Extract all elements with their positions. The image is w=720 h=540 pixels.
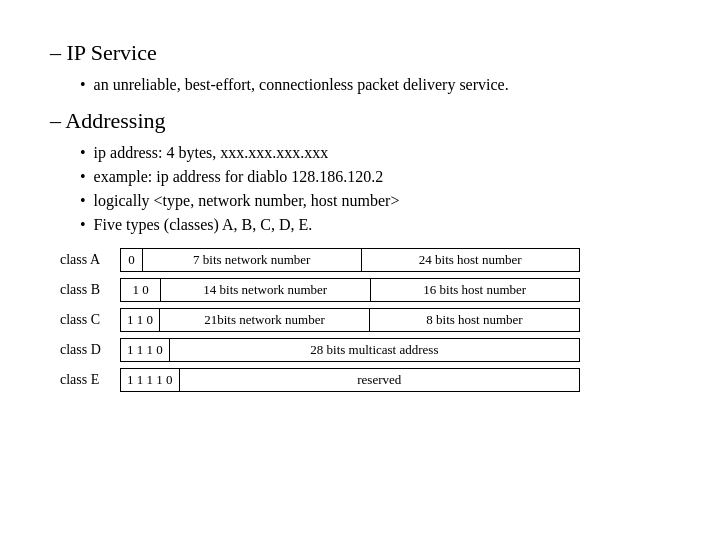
class-a-diagram: 0 7 bits network number 24 bits host num… xyxy=(120,248,580,272)
addressing-bullet-text-2: example: ip address for diablo 128.186.1… xyxy=(94,168,384,186)
class-c-cell-2: 8 bits host number xyxy=(370,309,579,331)
class-d-diagram: 1 1 1 0 28 bits multicast address xyxy=(120,338,580,362)
class-c-cell-0: 1 1 0 xyxy=(121,309,160,331)
class-a-label: class A xyxy=(60,252,120,268)
addressing-bullet-2: • example: ip address for diablo 128.186… xyxy=(80,168,670,186)
class-b-cell-0: 1 0 xyxy=(121,279,161,301)
class-b-diagram: 1 0 14 bits network number 16 bits host … xyxy=(120,278,580,302)
addressing-bullet-1: • ip address: 4 bytes, xxx.xxx.xxx.xxx xyxy=(80,144,670,162)
class-a-cell-2: 24 bits host number xyxy=(362,249,580,271)
class-e-cell-1: reserved xyxy=(180,369,580,391)
addressing-bullet-4: • Five types (classes) A, B, C, D, E. xyxy=(80,216,670,234)
class-d-label: class D xyxy=(60,342,120,358)
class-b-label: class B xyxy=(60,282,120,298)
addressing-heading: – Addressing xyxy=(50,108,670,134)
addressing-bullet-text-1: ip address: 4 bytes, xxx.xxx.xxx.xxx xyxy=(94,144,329,162)
class-d-cell-0: 1 1 1 0 xyxy=(121,339,170,361)
class-c-row: class C 1 1 0 21bits network number 8 bi… xyxy=(60,308,640,332)
class-e-row: class E 1 1 1 1 0 reserved xyxy=(60,368,640,392)
bullet-dot-3: • xyxy=(80,192,86,210)
class-c-label: class C xyxy=(60,312,120,328)
class-e-cell-0: 1 1 1 1 0 xyxy=(121,369,180,391)
class-c-diagram: 1 1 0 21bits network number 8 bits host … xyxy=(120,308,580,332)
bullet-dot: • xyxy=(80,76,86,94)
ip-service-bullet-1: • an unreliable, best-effort, connection… xyxy=(80,76,670,94)
addressing-bullet-text-4: Five types (classes) A, B, C, D, E. xyxy=(94,216,313,234)
class-e-diagram: 1 1 1 1 0 reserved xyxy=(120,368,580,392)
addressing-bullet-text-3: logically <type, network number, host nu… xyxy=(94,192,400,210)
class-e-label: class E xyxy=(60,372,120,388)
class-a-cell-0: 0 xyxy=(121,249,143,271)
class-d-row: class D 1 1 1 0 28 bits multicast addres… xyxy=(60,338,640,362)
ip-service-heading: – IP Service xyxy=(50,40,670,66)
class-table: class A 0 7 bits network number 24 bits … xyxy=(60,248,640,392)
class-b-cell-1: 14 bits network number xyxy=(161,279,371,301)
ip-service-bullet-text-1: an unreliable, best-effort, connectionle… xyxy=(94,76,509,94)
class-a-row: class A 0 7 bits network number 24 bits … xyxy=(60,248,640,272)
class-b-row: class B 1 0 14 bits network number 16 bi… xyxy=(60,278,640,302)
class-d-cell-1: 28 bits multicast address xyxy=(170,339,579,361)
bullet-dot-4: • xyxy=(80,216,86,234)
class-a-cell-1: 7 bits network number xyxy=(143,249,362,271)
bullet-dot-1: • xyxy=(80,144,86,162)
class-b-cell-2: 16 bits host number xyxy=(371,279,580,301)
addressing-bullet-3: • logically <type, network number, host … xyxy=(80,192,670,210)
class-c-cell-1: 21bits network number xyxy=(160,309,370,331)
bullet-dot-2: • xyxy=(80,168,86,186)
